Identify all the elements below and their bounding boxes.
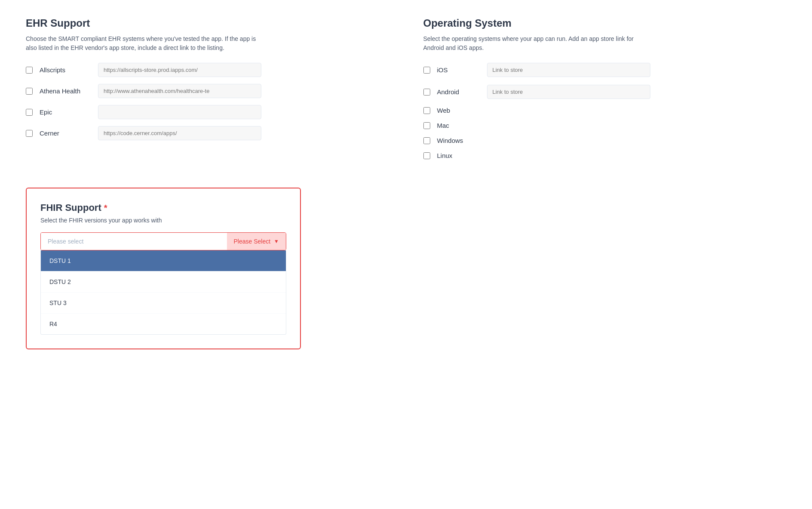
ehr-row-epic: Epic xyxy=(26,105,389,119)
os-label-web: Web xyxy=(437,107,480,114)
fhir-title-text: FHIR Support xyxy=(40,202,101,213)
ehr-checkbox-allscripts[interactable] xyxy=(26,67,33,74)
os-label-ios: iOS xyxy=(437,66,480,74)
os-label-mac: Mac xyxy=(437,122,480,129)
ehr-input-cerner[interactable] xyxy=(98,126,261,140)
ehr-checkbox-epic[interactable] xyxy=(26,109,33,116)
os-checkbox-windows[interactable] xyxy=(423,137,430,144)
os-checkbox-web[interactable] xyxy=(423,107,430,114)
fhir-select-placeholder: Please select xyxy=(41,233,227,250)
ehr-row-athena: Athena Health xyxy=(26,84,389,98)
ehr-label-athena: Athena Health xyxy=(40,87,91,95)
ehr-row-cerner: Cerner xyxy=(26,126,389,140)
ehr-input-epic[interactable] xyxy=(98,105,261,119)
os-input-android[interactable] xyxy=(487,85,650,99)
ehr-col: EHR Support Choose the SMART compliant E… xyxy=(26,17,389,167)
os-row-web: Web xyxy=(423,107,787,114)
os-description: Select the operating systems where your … xyxy=(423,34,656,52)
os-row-windows: Windows xyxy=(423,137,787,144)
ehr-label-allscripts: Allscripts xyxy=(40,66,91,74)
fhir-option-stu3[interactable]: STU 3 xyxy=(41,293,286,314)
chevron-down-icon: ▼ xyxy=(274,238,279,244)
os-row-android: Android xyxy=(423,85,787,99)
fhir-required-star: * xyxy=(104,203,107,213)
fhir-description: Select the FHIR versions your app works … xyxy=(40,217,286,224)
os-checkbox-ios[interactable] xyxy=(423,67,430,74)
os-title: Operating System xyxy=(423,17,787,29)
ehr-label-epic: Epic xyxy=(40,108,91,116)
page-container: EHR Support Choose the SMART compliant E… xyxy=(0,0,812,367)
fhir-dropdown-menu: DSTU 1 DSTU 2 STU 3 R4 xyxy=(40,250,286,335)
fhir-select-badge[interactable]: Please Select ▼ xyxy=(227,233,286,250)
ehr-checkbox-cerner[interactable] xyxy=(26,130,33,137)
fhir-option-dstu2[interactable]: DSTU 2 xyxy=(41,271,286,293)
os-row-linux: Linux xyxy=(423,152,787,159)
ehr-input-athena[interactable] xyxy=(98,84,261,98)
fhir-title-row: FHIR Support * xyxy=(40,202,286,213)
os-row-ios: iOS xyxy=(423,63,787,77)
os-label-android: Android xyxy=(437,88,480,96)
os-label-linux: Linux xyxy=(437,152,480,159)
ehr-title: EHR Support xyxy=(26,17,389,29)
os-row-mac: Mac xyxy=(423,122,787,129)
fhir-select-wrapper: Please select Please Select ▼ DSTU 1 DST… xyxy=(40,232,286,335)
ehr-description: Choose the SMART compliant EHR systems w… xyxy=(26,34,258,52)
fhir-option-r4[interactable]: R4 xyxy=(41,314,286,334)
ehr-row-allscripts: Allscripts xyxy=(26,63,389,77)
fhir-section: FHIR Support * Select the FHIR versions … xyxy=(26,188,301,349)
fhir-badge-text: Please Select xyxy=(234,238,271,245)
ehr-input-allscripts[interactable] xyxy=(98,63,261,77)
os-label-windows: Windows xyxy=(437,137,480,144)
main-two-col: EHR Support Choose the SMART compliant E… xyxy=(26,17,786,167)
os-input-ios[interactable] xyxy=(487,63,650,77)
os-col: Operating System Select the operating sy… xyxy=(423,17,787,167)
ehr-label-cerner: Cerner xyxy=(40,130,91,137)
os-checkbox-android[interactable] xyxy=(423,89,430,96)
os-checkbox-linux[interactable] xyxy=(423,152,430,159)
os-checkbox-mac[interactable] xyxy=(423,122,430,129)
ehr-checkbox-athena[interactable] xyxy=(26,88,33,95)
fhir-select-box[interactable]: Please select Please Select ▼ xyxy=(40,232,286,250)
fhir-option-dstu1[interactable]: DSTU 1 xyxy=(41,250,286,271)
